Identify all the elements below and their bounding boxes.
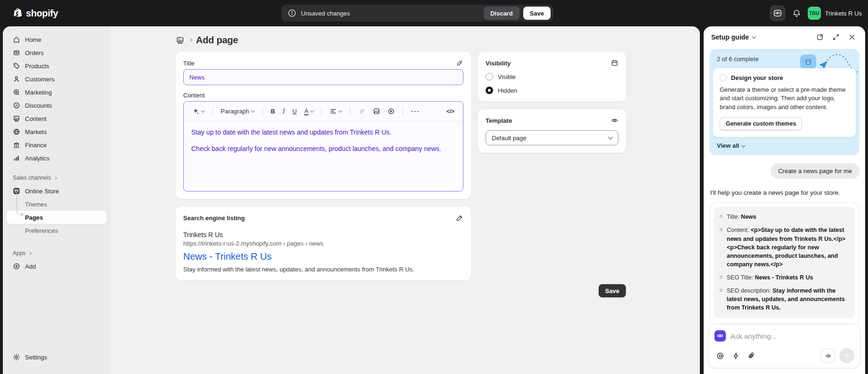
alignment-button[interactable] [327, 105, 345, 117]
insert-video-button[interactable] [385, 105, 397, 117]
view-all-toggle[interactable]: View all [709, 137, 860, 155]
content-paragraph: Check back regularly for new announcemen… [191, 144, 455, 154]
chevron-down-icon [310, 109, 314, 112]
radio-unselected-icon[interactable] [486, 73, 493, 80]
store-name: Trinkets R Us [825, 10, 862, 17]
rich-text-editor: Paragraph B I U A [183, 101, 463, 191]
sidekick-composer [708, 324, 860, 368]
discard-button[interactable]: Discard [484, 7, 519, 20]
seo-url: https://trinkets-r-us-2.myshopify.com › … [183, 240, 463, 247]
discount-icon [13, 102, 20, 109]
bullet-icon [720, 228, 722, 231]
code-view-button[interactable]: </> [444, 106, 457, 117]
sidebar-item-discounts[interactable]: Discounts [7, 99, 107, 112]
visibility-option-hidden[interactable]: Hidden [486, 87, 618, 94]
underline-button[interactable]: U [290, 105, 300, 117]
sidebar-item-analytics[interactable]: Analytics [7, 151, 107, 165]
sidebar-item-label: Discounts [25, 102, 52, 109]
account-menu[interactable]: TRU Trinkets R Us [808, 7, 862, 20]
notifications-button[interactable] [792, 9, 801, 18]
sidebar-item-label: Content [25, 115, 47, 122]
insert-link-button[interactable] [356, 105, 368, 117]
template-card: Template Default page [478, 109, 626, 153]
seo-page-title: News - Trinkets R Us [183, 251, 463, 262]
actions-bolt-icon[interactable] [732, 352, 740, 360]
sidebar-item-customers[interactable]: Customers [7, 72, 107, 86]
sidebar-item-orders[interactable]: Orders [7, 46, 107, 59]
sidebar-item-themes[interactable]: Themes [7, 198, 107, 211]
sidekick-toggle-button[interactable] [770, 5, 786, 21]
mention-icon[interactable] [716, 352, 724, 360]
search-engine-listing-card: Search engine listing Trinkets R Us http… [176, 207, 471, 280]
magic-edit-icon[interactable] [456, 59, 463, 67]
task-description: Generate a theme or select a pre-made th… [720, 86, 849, 111]
sidebar-item-content[interactable]: Content [7, 112, 107, 125]
sidebar-item-markets[interactable]: Markets [7, 125, 107, 138]
chevron-right-icon [54, 176, 57, 179]
expand-button[interactable] [829, 31, 843, 44]
chevron-down-icon [251, 109, 255, 112]
apps-header[interactable]: Apps [7, 247, 107, 260]
ask-anything-input[interactable] [730, 332, 854, 340]
setup-guide-menu[interactable]: Setup guide [711, 33, 755, 41]
content-area: Add page Title [111, 26, 700, 374]
content-paragraph: Stay up to date with the latest news and… [191, 127, 455, 137]
sales-channels-header[interactable]: Sales channels [7, 171, 107, 184]
ai-write-button[interactable] [189, 105, 207, 117]
shopify-wordmark: shopify [26, 8, 58, 19]
page-title-input[interactable] [183, 69, 463, 85]
bold-button[interactable]: B [268, 105, 278, 117]
more-formatting-button[interactable]: ··· [408, 105, 423, 117]
bank-icon [13, 141, 20, 149]
visibility-card: Visibility Visible Hi [478, 52, 626, 102]
attachment-icon[interactable] [747, 352, 755, 360]
bullet-icon [720, 215, 722, 218]
sidebar-item-preferences[interactable]: Preferences [7, 224, 107, 237]
send-button[interactable] [839, 348, 854, 363]
paragraph-style-dropdown[interactable]: Paragraph [218, 105, 257, 117]
sidebar-item-marketing[interactable]: Marketing [7, 86, 107, 99]
topbar-save-button[interactable]: Save [523, 7, 551, 20]
sidebar-item-online-store[interactable]: Online Store [7, 184, 107, 198]
pages-breadcrumb-icon[interactable] [176, 36, 185, 45]
sidebar-item-add-app[interactable]: Add [7, 260, 107, 273]
editor-toolbar: Paragraph B I U A [184, 102, 463, 121]
main-surface: Home Orders Products Customers Marketing… [3, 26, 700, 374]
chevron-down-icon [608, 135, 613, 140]
radio-selected-icon[interactable] [486, 87, 493, 94]
page-save-button[interactable]: Save [599, 284, 626, 297]
seo-site-name: Trinkets R Us [183, 231, 463, 239]
sidebar-item-label: Products [25, 63, 49, 70]
setup-task-card: Design your store Generate a theme or se… [713, 68, 856, 137]
insert-image-button[interactable] [370, 105, 383, 117]
assistant-message: I'll help you create a news page for you… [709, 189, 860, 196]
shopify-logo[interactable]: shopify [12, 8, 58, 19]
sidebar-item-finance[interactable]: Finance [7, 138, 107, 151]
sidekick-chat: Create a news page for me I'll help you … [709, 155, 860, 323]
task-status-icon[interactable] [720, 74, 727, 81]
shopify-admin: shopify Unsaved changes Discard Save [0, 0, 868, 374]
sidebar-item-products[interactable]: Products [7, 59, 107, 72]
content-editor-body[interactable]: Stay up to date with the latest news and… [184, 121, 463, 191]
task-title: Design your store [731, 74, 783, 81]
close-icon[interactable] [845, 31, 859, 44]
eye-icon[interactable] [611, 117, 618, 124]
calendar-icon[interactable] [611, 59, 618, 67]
sidebar-item-settings[interactable]: Settings [7, 350, 107, 364]
topbar-right: TRU Trinkets R Us [770, 0, 862, 26]
preview-button[interactable]: Preview [714, 323, 855, 323]
alert-circle-icon [288, 9, 296, 17]
chevron-down-icon [742, 143, 746, 147]
topbar: shopify Unsaved changes Discard Save [0, 0, 868, 26]
template-select[interactable]: Default page [486, 130, 618, 145]
detail-content: Content: <p>Stay up to date with the lat… [720, 226, 848, 269]
pop-out-button[interactable] [813, 31, 827, 44]
sidebar-item-home[interactable]: Home [7, 33, 107, 46]
shopify-bag-icon [12, 8, 23, 19]
voice-input-button[interactable] [820, 348, 836, 363]
text-color-button[interactable]: A [301, 105, 316, 118]
visibility-option-visible[interactable]: Visible [486, 73, 618, 80]
edit-pencil-icon[interactable] [456, 214, 463, 222]
italic-button[interactable]: I [280, 105, 288, 118]
generate-themes-button[interactable]: Generate custom themes [720, 117, 802, 130]
